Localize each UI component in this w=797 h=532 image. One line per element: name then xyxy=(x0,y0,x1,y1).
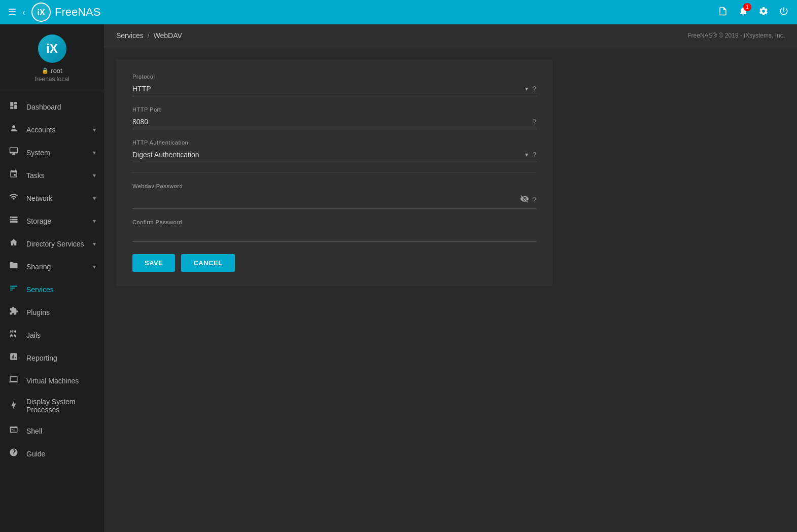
confirm-password-field: Confirm Password xyxy=(132,219,536,242)
protocol-field: Protocol HTTP HTTPS HTTP+HTTPS ▾ ? xyxy=(132,74,536,96)
breadcrumb-bar: Services / WebDAV FreeNAS® © 2019 - iXsy… xyxy=(104,24,797,47)
sidebar-item-plugins[interactable]: Plugins xyxy=(0,301,104,324)
sidebar-nav: Dashboard Accounts ▾ System ▾ xyxy=(0,91,104,532)
bell-icon[interactable]: 1 xyxy=(738,6,748,19)
storage-icon xyxy=(8,215,19,227)
sidebar-item-label: Storage xyxy=(26,217,86,225)
sidebar-item-services[interactable]: Services xyxy=(0,278,104,301)
tasks-icon xyxy=(8,169,19,181)
expand-arrow-icon: ▾ xyxy=(93,126,96,133)
sidebar-item-storage[interactable]: Storage ▾ xyxy=(0,209,104,232)
power-icon[interactable] xyxy=(779,6,789,19)
http-port-label: HTTP Port xyxy=(132,107,536,113)
copyright-text: FreeNAS® © 2019 - iXsystems, Inc. xyxy=(687,32,785,39)
svg-text:iX: iX xyxy=(37,8,45,17)
expand-arrow-icon: ▾ xyxy=(93,218,96,225)
webdav-form-card: Protocol HTTP HTTPS HTTP+HTTPS ▾ ? HTTP … xyxy=(116,59,552,286)
sidebar-item-label: Shell xyxy=(26,427,96,435)
docs-icon[interactable] xyxy=(718,6,728,19)
protocol-select[interactable]: HTTP HTTPS HTTP+HTTPS xyxy=(132,85,523,93)
profile-name: 🔒 root xyxy=(42,67,62,75)
webdav-password-help-icon[interactable]: ? xyxy=(532,196,536,204)
protocol-label: Protocol xyxy=(132,74,536,80)
http-auth-select[interactable]: Basic Authentication Digest Authenticati… xyxy=(132,151,523,159)
sidebar-profile: iX 🔒 root freenas.local xyxy=(0,24,104,91)
topbar-icons: 1 xyxy=(718,6,789,19)
http-port-input[interactable] xyxy=(132,118,528,126)
sharing-icon xyxy=(8,261,19,272)
processes-icon xyxy=(8,400,19,412)
sidebar: iX 🔒 root freenas.local Dashboard Ac xyxy=(0,24,104,532)
plugins-icon xyxy=(8,306,19,318)
breadcrumb-parent[interactable]: Services xyxy=(116,31,144,40)
form-actions: SAVE CANCEL xyxy=(132,254,536,272)
guide-icon xyxy=(8,448,19,459)
protocol-dropdown-arrow: ▾ xyxy=(525,85,528,92)
http-auth-help-icon[interactable]: ? xyxy=(532,151,536,159)
http-port-help-icon[interactable]: ? xyxy=(532,118,536,126)
sidebar-item-network[interactable]: Network ▾ xyxy=(0,187,104,209)
logo-text: FreeNAS xyxy=(55,6,100,19)
sidebar-item-dashboard[interactable]: Dashboard xyxy=(0,95,104,118)
vm-icon xyxy=(8,375,19,386)
topbar-logo: iX FreeNAS xyxy=(31,3,100,22)
webdav-password-field: Webdav Password ? xyxy=(132,183,536,209)
accounts-icon xyxy=(8,124,19,135)
webdav-password-input[interactable] xyxy=(132,196,516,204)
lock-icon: 🔒 xyxy=(42,67,49,74)
password-visibility-icon[interactable] xyxy=(520,194,529,205)
sidebar-item-label: Display System Processes xyxy=(26,398,96,414)
network-icon xyxy=(8,192,19,204)
expand-arrow-icon: ▾ xyxy=(93,149,96,156)
sidebar-item-label: System xyxy=(26,149,86,157)
topbar: ☰ ‹ iX FreeNAS 1 xyxy=(0,0,797,24)
sidebar-item-sharing[interactable]: Sharing ▾ xyxy=(0,255,104,278)
back-icon[interactable]: ‹ xyxy=(22,7,25,18)
expand-arrow-icon: ▾ xyxy=(93,172,96,179)
confirm-password-input[interactable] xyxy=(132,230,536,238)
cancel-button[interactable]: CANCEL xyxy=(181,254,234,272)
http-port-row: ? xyxy=(132,115,536,129)
protocol-help-icon[interactable]: ? xyxy=(532,85,536,93)
http-port-field: HTTP Port ? xyxy=(132,107,536,129)
sidebar-item-virtual-machines[interactable]: Virtual Machines xyxy=(0,369,104,392)
breadcrumb: Services / WebDAV xyxy=(116,31,182,40)
sidebar-item-shell[interactable]: Shell xyxy=(0,419,104,442)
sidebar-item-display-system-processes[interactable]: Display System Processes xyxy=(0,392,104,419)
hamburger-icon[interactable]: ☰ xyxy=(8,7,16,18)
dashboard-icon xyxy=(8,101,19,113)
sidebar-item-label: Accounts xyxy=(26,126,86,134)
sidebar-item-label: Virtual Machines xyxy=(26,377,96,385)
page-content: Protocol HTTP HTTPS HTTP+HTTPS ▾ ? HTTP … xyxy=(104,47,797,532)
sidebar-item-guide[interactable]: Guide xyxy=(0,442,104,465)
expand-arrow-icon: ▾ xyxy=(93,263,96,270)
sidebar-item-jails[interactable]: Jails xyxy=(0,324,104,346)
profile-host: freenas.local xyxy=(34,76,69,83)
system-icon xyxy=(8,147,19,158)
content-area: Services / WebDAV FreeNAS® © 2019 - iXsy… xyxy=(104,24,797,532)
directory-services-icon xyxy=(8,238,19,250)
sidebar-item-label: Guide xyxy=(26,450,96,458)
sidebar-item-label: Sharing xyxy=(26,263,86,271)
sidebar-item-reporting[interactable]: Reporting xyxy=(0,346,104,369)
sidebar-item-tasks[interactable]: Tasks ▾ xyxy=(0,164,104,187)
http-auth-dropdown-arrow: ▾ xyxy=(525,151,528,158)
settings-icon[interactable] xyxy=(758,6,769,19)
avatar: iX xyxy=(38,34,66,63)
logo-icon: iX xyxy=(31,3,51,22)
sidebar-item-label: Plugins xyxy=(26,308,96,316)
sidebar-item-system[interactable]: System ▾ xyxy=(0,141,104,164)
sidebar-item-directory-services[interactable]: Directory Services ▾ xyxy=(0,232,104,255)
webdav-password-row: ? xyxy=(132,191,536,209)
http-auth-label: HTTP Authentication xyxy=(132,139,536,146)
sidebar-item-label: Directory Services xyxy=(26,240,86,248)
protocol-row: HTTP HTTPS HTTP+HTTPS ▾ ? xyxy=(132,82,536,96)
reporting-icon xyxy=(8,352,19,364)
sidebar-item-accounts[interactable]: Accounts ▾ xyxy=(0,118,104,141)
sidebar-item-label: Services xyxy=(26,286,96,294)
sidebar-item-label: Reporting xyxy=(26,354,96,362)
confirm-password-label: Confirm Password xyxy=(132,219,536,225)
breadcrumb-separator: / xyxy=(148,31,150,40)
save-button[interactable]: SAVE xyxy=(132,254,175,272)
services-icon xyxy=(8,283,19,295)
